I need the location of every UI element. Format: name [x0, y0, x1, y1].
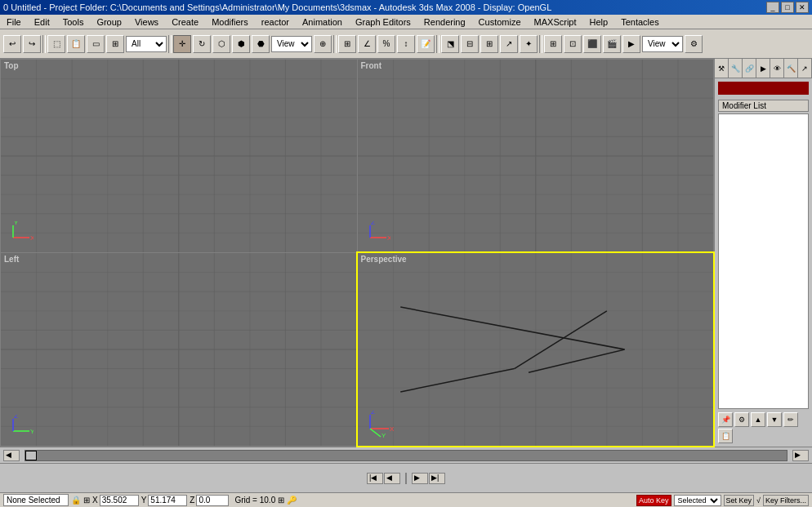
rp-tab-create[interactable]: ⚒: [715, 59, 729, 78]
view-dropdown[interactable]: View: [642, 36, 683, 52]
mirror-button[interactable]: ⬔: [441, 35, 459, 53]
set-key-button[interactable]: Set Key: [724, 495, 755, 506]
select-move-button[interactable]: ✛: [173, 35, 191, 53]
viewport-front[interactable]: Front: [358, 60, 714, 252]
rp-down-button[interactable]: ▼: [767, 412, 782, 427]
snap-toggle-button[interactable]: ⊞: [338, 35, 356, 53]
percent-snap-button[interactable]: %: [377, 35, 395, 53]
go-to-start-button[interactable]: |◀: [367, 473, 383, 484]
align-button[interactable]: ⊟: [461, 35, 479, 53]
rp-edit-button[interactable]: ✏: [783, 412, 798, 427]
material-editor-button[interactable]: ⬛: [583, 35, 601, 53]
rp-config-button[interactable]: ⚙: [734, 412, 749, 427]
y-input[interactable]: [148, 495, 187, 506]
toolbar-separator-1: [42, 35, 46, 53]
select-scale3-button[interactable]: ⬣: [252, 35, 270, 53]
menu-group[interactable]: Group: [93, 16, 125, 28]
view-settings-button[interactable]: ⚙: [685, 35, 703, 53]
svg-text:Z: Z: [14, 415, 18, 420]
layer-manager-button[interactable]: ⊞: [544, 35, 562, 53]
select-object-button[interactable]: ⬚: [47, 35, 65, 53]
menu-modifiers[interactable]: Modifiers: [208, 16, 252, 28]
select-rotate-button[interactable]: ↻: [193, 35, 211, 53]
edit-named-sets-button[interactable]: 📝: [417, 35, 435, 53]
menu-customize[interactable]: Customize: [475, 16, 524, 28]
rp-up-button[interactable]: ▲: [751, 412, 765, 427]
rp-tab-utilities[interactable]: 🔨: [784, 59, 798, 78]
menu-help[interactable]: Help: [587, 16, 612, 28]
toolbar-separator-5: [539, 35, 542, 53]
undo-button[interactable]: ↩: [3, 35, 21, 53]
x-coord-field: X: [92, 495, 139, 506]
svg-text:X: X: [387, 234, 390, 242]
key-filters-button[interactable]: Key Filters...: [763, 495, 809, 506]
menu-tools[interactable]: Tools: [60, 16, 87, 28]
timeline-prev-button[interactable]: ◀: [3, 450, 20, 461]
frame-slider-handle[interactable]: [406, 474, 407, 483]
minimize-button[interactable]: _: [766, 2, 779, 13]
close-button[interactable]: ✕: [796, 2, 809, 13]
filter-dropdown[interactable]: All: [126, 36, 167, 52]
select-scale-button[interactable]: ⬡: [212, 35, 230, 53]
menu-graph-editors[interactable]: Graph Editors: [352, 16, 414, 28]
menu-edit[interactable]: Edit: [31, 16, 53, 28]
schematic-button[interactable]: ⊡: [564, 35, 582, 53]
menu-file[interactable]: File: [3, 16, 25, 28]
rp-tab-modify[interactable]: 🔧: [729, 59, 743, 78]
render-scene-button[interactable]: 🎬: [603, 35, 621, 53]
frame-slider-track[interactable]: 5 10 15 20 25 30 35 40 45: [405, 473, 407, 484]
angle-snap-button[interactable]: ∠: [358, 35, 376, 53]
modifier-list-box[interactable]: [718, 113, 809, 409]
menu-reactor[interactable]: reactor: [258, 16, 292, 28]
perspective-viewport-grid: [358, 253, 714, 446]
menu-tentacles[interactable]: Tentacles: [618, 16, 662, 28]
select-by-name-button[interactable]: 📋: [67, 35, 85, 53]
next-frame-button[interactable]: ▶: [412, 473, 428, 484]
prev-frame-button[interactable]: ◀: [384, 473, 400, 484]
place-highlight-button[interactable]: ✦: [520, 35, 538, 53]
quick-render-button[interactable]: ▶: [622, 35, 640, 53]
rp-tab-motion[interactable]: ▶: [756, 59, 770, 78]
menu-animation[interactable]: Animation: [299, 16, 346, 28]
top-viewport-grid: [1, 60, 357, 252]
svg-text:Z: Z: [371, 221, 375, 226]
select-region-button[interactable]: ▭: [87, 35, 105, 53]
current-frame-marker[interactable]: [25, 451, 37, 460]
z-input[interactable]: [196, 495, 229, 506]
window-crossing-button[interactable]: ⊞: [106, 35, 124, 53]
color-swatch[interactable]: [718, 82, 809, 95]
select-scale2-button[interactable]: ⬢: [232, 35, 250, 53]
viewport-left[interactable]: Left: [1, 253, 357, 446]
viewport-top[interactable]: Top: [1, 60, 357, 252]
viewport-area: Top: [0, 59, 714, 447]
auto-key-button[interactable]: Auto Key: [636, 495, 671, 506]
normal-align-button[interactable]: ↗: [500, 35, 518, 53]
perspective-viewport-axis: X Z Y: [366, 411, 403, 439]
svg-line-98: [370, 429, 381, 437]
rp-copy-button[interactable]: 📋: [718, 429, 733, 443]
x-input[interactable]: [100, 495, 139, 506]
rp-tab-extra[interactable]: ↗: [798, 59, 812, 78]
ref-coord-button[interactable]: ⊕: [314, 35, 332, 53]
menu-create[interactable]: Create: [168, 16, 202, 28]
quick-align-button[interactable]: ⊞: [480, 35, 498, 53]
viewport-perspective[interactable]: Perspective: [358, 253, 714, 446]
pos-indicator: ⊞: [83, 496, 90, 505]
top-viewport-axis: X Y: [9, 221, 33, 246]
rp-tab-display[interactable]: 👁: [770, 59, 784, 78]
front-viewport-axis: X Z: [366, 221, 390, 246]
menu-maxscript[interactable]: MAXScript: [531, 16, 580, 28]
timeline-track[interactable]: [25, 450, 787, 461]
menu-rendering[interactable]: Rendering: [421, 16, 469, 28]
rp-pin-button[interactable]: 📌: [718, 412, 733, 427]
reference-dropdown[interactable]: View: [271, 36, 312, 52]
redo-button[interactable]: ↪: [23, 35, 41, 53]
maximize-button[interactable]: □: [781, 2, 794, 13]
rp-tab-hierarchy[interactable]: 🔗: [743, 59, 756, 78]
title-controls: _ □ ✕: [766, 2, 809, 13]
timeline-next-button[interactable]: ▶: [792, 450, 809, 461]
menu-views[interactable]: Views: [132, 16, 162, 28]
go-to-end-button[interactable]: ▶|: [429, 473, 445, 484]
spinner-snap-button[interactable]: ↕: [397, 35, 415, 53]
key-filter-dropdown[interactable]: Selected: [674, 495, 721, 506]
